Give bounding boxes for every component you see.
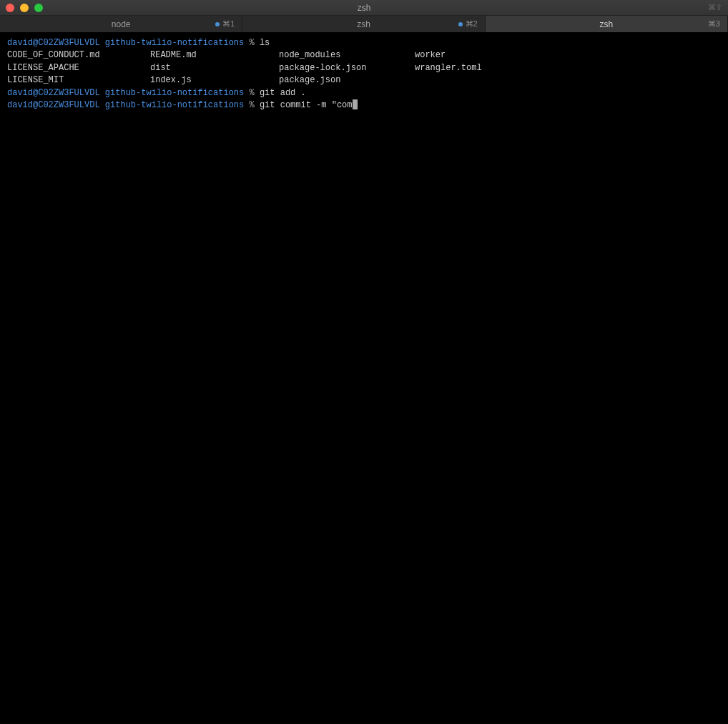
- ls-item: index.js: [150, 74, 279, 87]
- prompt-path: github-twilio-notifications: [105, 38, 244, 48]
- command-text: ls: [260, 38, 270, 48]
- ls-item: [415, 74, 721, 87]
- tab-zsh-2[interactable]: zsh ⌘3: [486, 16, 728, 32]
- tab-shortcut: ⌘2: [458, 19, 478, 29]
- tab-node[interactable]: node ⌘1: [0, 16, 242, 32]
- maximize-button[interactable]: [34, 4, 43, 12]
- terminal-prompt-line: david@C02ZW3FULVDL github-twilio-notific…: [7, 99, 721, 112]
- ls-item: wrangler.toml: [415, 62, 721, 74]
- traffic-lights: [6, 4, 43, 12]
- close-button[interactable]: [6, 4, 14, 12]
- prompt-path: github-twilio-notifications: [105, 100, 244, 110]
- tab-zsh-1[interactable]: zsh ⌘2: [242, 16, 485, 32]
- ls-item: node_modules: [279, 49, 415, 62]
- ls-item: dist: [150, 62, 279, 74]
- prompt-user-host: david@C02ZW3FULVDL: [7, 100, 100, 110]
- tab-label: zsh: [357, 19, 370, 29]
- tabbar: node ⌘1 zsh ⌘2 zsh ⌘3: [0, 16, 728, 33]
- ls-item: package.json: [279, 74, 415, 87]
- terminal-content[interactable]: david@C02ZW3FULVDL github-twilio-notific…: [0, 33, 728, 724]
- tab-modified-dot-icon: [215, 22, 220, 26]
- cursor-icon: [353, 99, 358, 109]
- ls-item: LICENSE_APACHE: [7, 62, 150, 74]
- tab-label: node: [112, 19, 131, 29]
- prompt-path: github-twilio-notifications: [105, 88, 244, 98]
- prompt-symbol: %: [249, 38, 254, 48]
- ls-item: CODE_OF_CONDUCT.md: [7, 49, 150, 62]
- tab-shortcut: ⌘3: [708, 19, 720, 29]
- ls-item: worker: [415, 49, 721, 62]
- prompt-user-host: david@C02ZW3FULVDL: [7, 88, 100, 98]
- tab-modified-dot-icon: [458, 22, 463, 26]
- ls-output-row: LICENSE_MITindex.jspackage.json: [7, 74, 721, 87]
- ls-item: LICENSE_MIT: [7, 74, 150, 87]
- window-title: zsh: [358, 3, 371, 13]
- terminal-window: zsh ⌘⇧ node ⌘1 zsh ⌘2 zsh ⌘3 david@C02ZW…: [0, 0, 728, 724]
- tab-shortcut: ⌘1: [215, 19, 235, 29]
- command-text: git commit -m "com: [260, 100, 353, 110]
- titlebar[interactable]: zsh ⌘⇧: [0, 0, 728, 16]
- terminal-prompt-line: david@C02ZW3FULVDL github-twilio-notific…: [7, 87, 721, 99]
- prompt-user-host: david@C02ZW3FULVDL: [7, 38, 100, 48]
- prompt-symbol: %: [249, 88, 254, 98]
- terminal-prompt-line: david@C02ZW3FULVDL github-twilio-notific…: [7, 37, 721, 49]
- ls-output-row: CODE_OF_CONDUCT.mdREADME.mdnode_modulesw…: [7, 49, 721, 62]
- titlebar-right-icon: ⌘⇧: [708, 3, 722, 12]
- minimize-button[interactable]: [20, 4, 29, 12]
- ls-item: package-lock.json: [279, 62, 415, 74]
- command-text: git add .: [260, 88, 306, 98]
- ls-output-row: LICENSE_APACHEdistpackage-lock.jsonwrang…: [7, 62, 721, 74]
- prompt-symbol: %: [249, 100, 254, 110]
- ls-item: README.md: [150, 49, 279, 62]
- tab-label: zsh: [599, 19, 613, 29]
